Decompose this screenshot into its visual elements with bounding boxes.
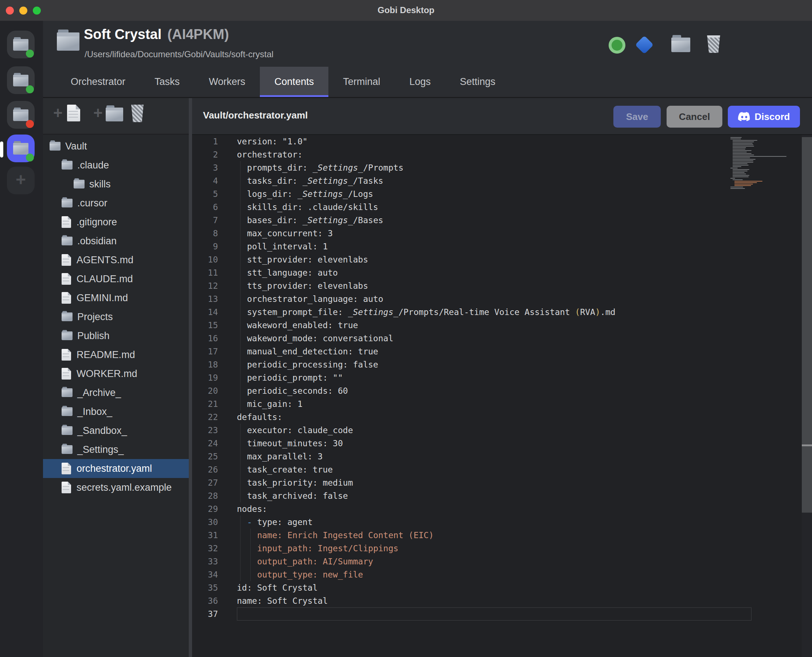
code-line-19[interactable]: 19 periodic_prompt: "": [192, 371, 724, 384]
tab-tasks[interactable]: Tasks: [140, 67, 194, 97]
code-line-21[interactable]: 21 mic_gain: 1: [192, 397, 724, 411]
code-line-7[interactable]: 7 bases_dir: _Settings_/Bases: [192, 214, 724, 227]
code-line-8[interactable]: 8 max_concurrent: 3: [192, 227, 724, 240]
line-number: 9: [192, 242, 219, 251]
code-line-36[interactable]: 36name: Soft Crystal: [192, 594, 724, 607]
code-line-32[interactable]: 32 input_path: Ingest/Clippings: [192, 542, 724, 555]
code-line-4[interactable]: 4 tasks_dir: _Settings_/Tasks: [192, 174, 724, 187]
tree-item-label: secrets.yaml.example: [76, 482, 172, 493]
code-line-17[interactable]: 17 manual_end_detection: true: [192, 345, 724, 358]
code-line-11[interactable]: 11 stt_language: auto: [192, 266, 724, 279]
code-line-35[interactable]: 35id: Soft Crystal: [192, 581, 724, 594]
editor-pane: Vault/orchestrator.yaml Save Cancel Disc…: [192, 98, 812, 657]
tree-item-settings[interactable]: _Settings_: [43, 440, 189, 459]
code-line-25[interactable]: 25 max_parallel: 3: [192, 450, 724, 463]
code-line-23[interactable]: 23 executor: claude_code: [192, 423, 724, 437]
add-vault-button[interactable]: +: [7, 167, 35, 194]
code-line-20[interactable]: 20 periodic_seconds: 60: [192, 384, 724, 397]
code-line-29[interactable]: 29nodes:: [192, 503, 724, 515]
folder-icon: [50, 142, 61, 151]
code-line-14[interactable]: 14 system_prompt_file: _Settings_/Prompt…: [192, 305, 724, 319]
code-line-15[interactable]: 15 wakeword_enabled: true: [192, 319, 724, 332]
minimap-line: [733, 165, 748, 165]
code-line-12[interactable]: 12 tts_provider: elevenlabs: [192, 279, 724, 293]
file-tree: Vault.claudeskills.cursor.gitignore.obsi…: [43, 137, 189, 497]
vault-switcher-4[interactable]: [7, 134, 35, 162]
tree-item-readme-md[interactable]: README.md: [43, 345, 189, 364]
code-line-13[interactable]: 13 orchestrator_language: auto: [192, 293, 724, 305]
line-number: 17: [192, 347, 219, 356]
tree-item-secrets-yaml-example[interactable]: secrets.yaml.example: [43, 478, 189, 497]
tree-item-label: WORKER.md: [76, 368, 137, 380]
tab-settings[interactable]: Settings: [446, 67, 510, 97]
code-line-5[interactable]: 5 logs_dir: _Settings_/Logs: [192, 187, 724, 201]
scrollbar-thumb[interactable]: [802, 137, 812, 513]
code-line-10[interactable]: 10 stt_provider: elevenlabs: [192, 253, 724, 266]
minimap-line: [733, 147, 746, 148]
open-folder-icon[interactable]: [671, 37, 690, 52]
minimap-line: [733, 171, 748, 171]
vault-switcher-2[interactable]: [7, 66, 35, 94]
line-number: 4: [192, 176, 219, 185]
tree-item-archive[interactable]: _Archive_: [43, 383, 189, 402]
sidebar-scrollbar[interactable]: [189, 98, 192, 657]
code-line-30[interactable]: 30 - type: agent: [192, 515, 724, 529]
code-line-24[interactable]: 24 timeout_minutes: 30: [192, 437, 724, 450]
tree-item-gemini-md[interactable]: GEMINI.md: [43, 288, 189, 307]
code-line-18[interactable]: 18 periodic_processing: false: [192, 358, 724, 371]
code-line-6[interactable]: 6 skills_dir: .claude/skills: [192, 201, 724, 214]
vault-switcher-3[interactable]: [7, 101, 35, 129]
line-number: 10: [192, 255, 219, 264]
code-line-9[interactable]: 9 poll_interval: 1: [192, 240, 724, 253]
save-button[interactable]: Save: [613, 106, 661, 128]
minimap-line: [734, 185, 751, 186]
code-line-26[interactable]: 26 task_create: true: [192, 463, 724, 476]
new-folder-button[interactable]: [106, 107, 123, 121]
line-number: 13: [192, 294, 219, 304]
tree-item-vault[interactable]: Vault: [43, 137, 189, 156]
tab-contents[interactable]: Contents: [260, 67, 328, 97]
tree-item-worker-md[interactable]: WORKER.md: [43, 364, 189, 383]
tab-orchestrator[interactable]: Orchestrator: [56, 67, 140, 97]
tree-item-cursor[interactable]: .cursor: [43, 194, 189, 213]
code-line-31[interactable]: 31 name: Enrich Ingested Content (EIC): [192, 529, 724, 542]
blue-diamond-icon[interactable]: [635, 36, 654, 54]
code-line-3[interactable]: 3 prompts_dir: _Settings_/Prompts: [192, 161, 724, 174]
tree-item-sandbox[interactable]: _Sandbox_: [43, 421, 189, 440]
tree-item-inbox[interactable]: _Inbox_: [43, 402, 189, 421]
code-line-33[interactable]: 33 output_path: AI/Summary: [192, 555, 724, 568]
minimap-line: [730, 168, 737, 168]
code-line-1[interactable]: 1version: "1.0": [192, 135, 724, 148]
tab-workers[interactable]: Workers: [194, 67, 260, 97]
code-line-27[interactable]: 27 task_priority: medium: [192, 476, 724, 489]
tab-terminal[interactable]: Terminal: [328, 67, 395, 97]
tree-item-gitignore[interactable]: .gitignore: [43, 213, 189, 232]
tree-item-orchestrator-yaml[interactable]: orchestrator.yaml: [43, 459, 189, 478]
code-line-2[interactable]: 2orchestrator:: [192, 148, 724, 161]
delete-file-button[interactable]: [130, 104, 144, 122]
code-line-37[interactable]: 37: [192, 607, 724, 621]
tab-logs[interactable]: Logs: [395, 67, 446, 97]
minimap[interactable]: [730, 137, 787, 191]
code-line-16[interactable]: 16 wakeword_mode: conversational: [192, 332, 724, 345]
tree-item-skills[interactable]: skills: [43, 174, 189, 194]
new-file-button[interactable]: [67, 104, 80, 121]
tree-item-obsidian[interactable]: .obsidian: [43, 232, 189, 251]
editor-scrollbar[interactable]: [802, 135, 812, 657]
discord-button[interactable]: Discord: [728, 106, 800, 128]
tree-item-agents-md[interactable]: AGENTS.md: [43, 251, 189, 269]
line-number: 35: [192, 583, 219, 592]
cancel-button[interactable]: Cancel: [667, 106, 722, 128]
vault-switcher-1[interactable]: [7, 31, 35, 58]
code-line-34[interactable]: 34 output_type: new_file: [192, 568, 724, 581]
code-line-28[interactable]: 28 task_archived: false: [192, 489, 724, 503]
tree-item-claude[interactable]: .claude: [43, 156, 189, 174]
open-file-path: Vault/orchestrator.yaml: [203, 110, 308, 121]
trash-icon[interactable]: [706, 35, 721, 53]
tree-item-claude-md[interactable]: CLAUDE.md: [43, 269, 189, 288]
code-line-22[interactable]: 22defaults:: [192, 411, 724, 423]
tree-item-publish[interactable]: Publish: [43, 326, 189, 345]
tree-item-projects[interactable]: Projects: [43, 307, 189, 326]
tree-item-label: Publish: [77, 330, 110, 342]
code-editor[interactable]: 1version: "1.0"2orchestrator:3 prompts_d…: [192, 135, 724, 621]
